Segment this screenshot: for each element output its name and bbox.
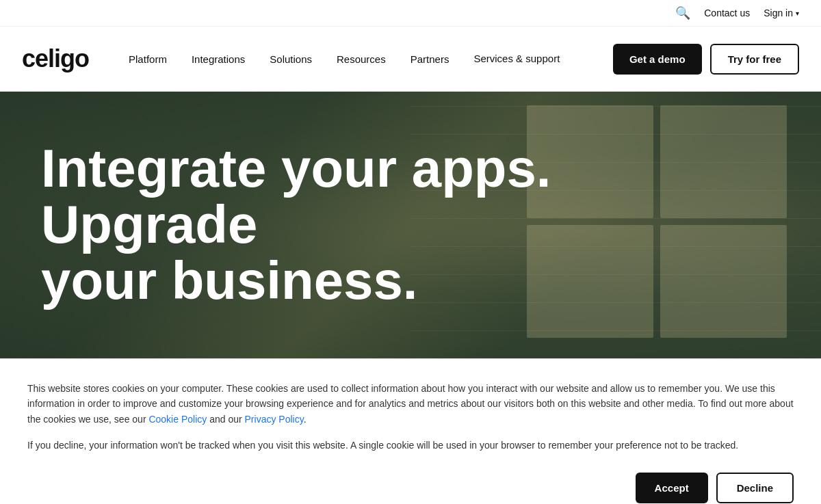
search-icon[interactable]: 🔍 [675, 5, 690, 21]
nav-item-resources[interactable]: Resources [324, 27, 398, 92]
nav-links: Platform Integrations Solutions Resource… [116, 27, 613, 92]
decline-button[interactable]: Decline [716, 473, 794, 503]
hero-section: Integrate your apps. Upgrade your busine… [0, 92, 821, 358]
nav-item-partners[interactable]: Partners [398, 27, 462, 92]
privacy-policy-link[interactable]: Privacy Policy [245, 414, 304, 425]
cookie-text-content: This website stores cookies on your comp… [27, 383, 794, 425]
cookie-banner: This website stores cookies on your comp… [0, 358, 821, 504]
nav-item-integrations[interactable]: Integrations [179, 27, 257, 92]
hero-title-line1: Integrate your apps. Upgrade [41, 138, 551, 254]
hero-title: Integrate your apps. Upgrade your busine… [41, 141, 657, 309]
contact-us-link[interactable]: Contact us [704, 8, 750, 18]
chevron-down-icon: ▾ [796, 10, 799, 17]
cookie-policy-link[interactable]: Cookie Policy [148, 414, 207, 425]
cookie-text-primary: This website stores cookies on your comp… [27, 381, 794, 427]
sign-in-label: Sign in [764, 8, 793, 18]
top-bar: 🔍 Contact us Sign in ▾ [0, 0, 821, 27]
hero-content: Integrate your apps. Upgrade your busine… [0, 141, 698, 309]
hero-title-line2: your business. [41, 250, 418, 310]
cookie-actions: Accept Decline [27, 473, 794, 503]
try-for-free-button[interactable]: Try for free [710, 44, 799, 75]
nav-item-platform[interactable]: Platform [116, 27, 179, 92]
nav-cta: Get a demo Try for free [613, 44, 799, 75]
cookie-period: . [304, 414, 307, 425]
get-demo-button[interactable]: Get a demo [613, 44, 702, 75]
cookie-and-our: and our [207, 414, 244, 425]
accept-button[interactable]: Accept [636, 473, 708, 503]
sign-in-button[interactable]: Sign in ▾ [764, 8, 799, 18]
cookie-text-secondary: If you decline, your information won't b… [27, 438, 794, 453]
main-navigation: celigo Platform Integrations Solutions R… [0, 27, 821, 92]
celigo-logo[interactable]: celigo [22, 44, 89, 73]
nav-item-services-support[interactable]: Services & support [461, 27, 543, 92]
nav-item-solutions[interactable]: Solutions [257, 27, 324, 92]
